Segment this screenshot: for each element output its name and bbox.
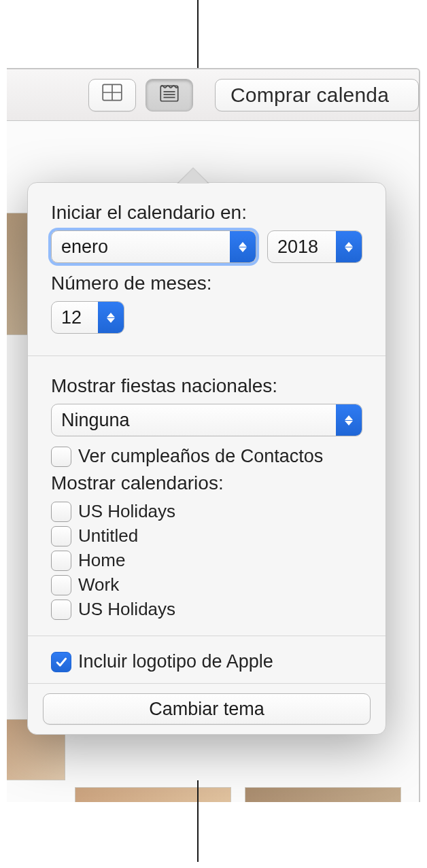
change-theme-button[interactable]: Cambiar tema xyxy=(43,693,371,725)
holidays-value: Ninguna xyxy=(61,410,130,431)
checkbox-unchecked-icon xyxy=(51,526,71,546)
birthdays-checkbox-row[interactable]: Ver cumpleaños de Contactos xyxy=(51,446,362,467)
callout-line-bottom xyxy=(197,780,199,862)
checkbox-unchecked-icon xyxy=(51,551,71,571)
calendar-item-label: Work xyxy=(78,574,119,595)
calendar-settings-popover: Iniciar el calendario en: enero 2018 Núm… xyxy=(27,182,386,735)
buy-calendar-label: Comprar calenda xyxy=(230,84,389,107)
layout-grid-icon xyxy=(101,81,124,109)
calendar-checkbox-row[interactable]: Work xyxy=(51,574,362,595)
canvas: Iniciar el calendario en: enero 2018 Núm… xyxy=(7,121,419,802)
checkbox-unchecked-icon xyxy=(51,447,71,467)
calendars-label: Mostrar calendarios: xyxy=(51,472,362,494)
buy-calendar-button[interactable]: Comprar calenda xyxy=(215,79,419,111)
calendar-checkbox-row[interactable]: Untitled xyxy=(51,525,362,546)
start-month-select[interactable]: enero xyxy=(51,230,256,263)
chevron-updown-icon xyxy=(98,302,124,333)
start-year-select[interactable]: 2018 xyxy=(267,230,362,263)
apple-logo-checkbox-row[interactable]: Incluir logotipo de Apple xyxy=(51,651,362,672)
popover-arrow-icon xyxy=(178,169,208,184)
calendar-icon xyxy=(158,81,181,109)
holidays-label: Mostrar fiestas nacionales: xyxy=(51,375,362,397)
chevron-updown-icon xyxy=(336,231,362,262)
holidays-select[interactable]: Ninguna xyxy=(51,404,362,436)
checkbox-unchecked-icon xyxy=(51,502,71,522)
calendar-item-label: Home xyxy=(78,550,125,571)
calendar-item-label: US Holidays xyxy=(78,599,175,620)
months-count-label: Número de meses: xyxy=(51,273,362,294)
calendar-checkbox-row[interactable]: US Holidays xyxy=(51,501,362,522)
start-calendar-label: Iniciar el calendario en: xyxy=(51,202,362,224)
change-theme-label: Cambiar tema xyxy=(149,699,264,719)
calendar-checkbox-row[interactable]: US Holidays xyxy=(51,599,362,620)
calendar-item-label: Untitled xyxy=(78,525,138,546)
chevron-updown-icon xyxy=(230,231,256,262)
toolbar: Comprar calenda xyxy=(7,69,419,121)
layout-view-button[interactable] xyxy=(88,79,136,111)
checkbox-unchecked-icon xyxy=(51,600,71,620)
start-year-value: 2018 xyxy=(277,237,318,258)
checkbox-unchecked-icon xyxy=(51,575,71,595)
start-month-value: enero xyxy=(61,237,108,258)
months-count-value: 12 xyxy=(61,307,82,328)
svg-rect-3 xyxy=(160,86,178,101)
photo-thumb xyxy=(245,787,401,802)
birthdays-label: Ver cumpleaños de Contactos xyxy=(78,446,323,467)
calendar-settings-button[interactable] xyxy=(146,79,193,111)
app-window: Comprar calenda Iniciar el calendario en… xyxy=(7,68,420,802)
months-count-select[interactable]: 12 xyxy=(51,301,124,334)
checkbox-checked-icon xyxy=(51,652,71,672)
callout-line-top xyxy=(197,0,199,68)
calendar-checkbox-row[interactable]: Home xyxy=(51,550,362,571)
photo-thumb xyxy=(75,787,231,802)
chevron-updown-icon xyxy=(336,404,362,436)
calendar-item-label: US Holidays xyxy=(78,501,175,522)
calendars-list: US Holidays Untitled Home Work xyxy=(51,501,362,620)
apple-logo-label: Incluir logotipo de Apple xyxy=(78,651,273,672)
